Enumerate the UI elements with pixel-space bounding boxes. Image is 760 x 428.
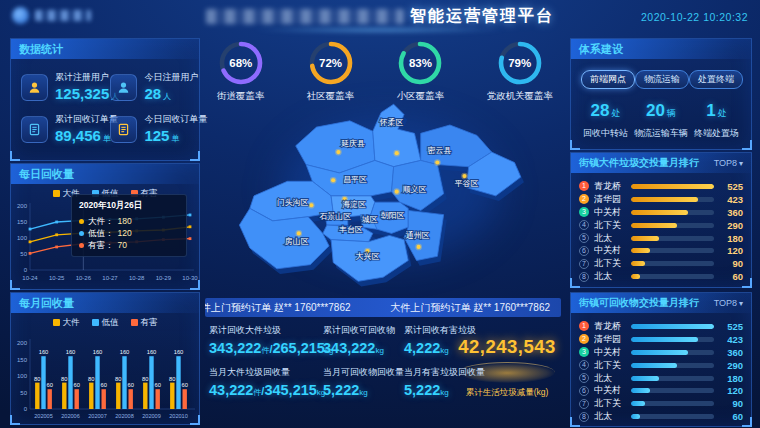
summary-cell: 累计回收大件垃圾 343,222件/265,215kg — [209, 324, 333, 356]
system-stat-label: 回收中转站 — [583, 127, 628, 140]
ranking-row[interactable]: 8 北太 60 — [579, 270, 743, 283]
panel-title: 体系建设 — [579, 39, 623, 59]
ranking-row[interactable]: 2 清华园 423 — [579, 193, 743, 206]
svg-text:80: 80 — [169, 376, 175, 382]
rank-bar — [631, 401, 714, 406]
map-point[interactable] — [297, 231, 301, 235]
order-icon — [21, 116, 48, 143]
map-point[interactable] — [462, 174, 466, 178]
rank-name: 中关村 — [594, 244, 626, 257]
summary-label: 当月有害垃圾回收量 — [404, 366, 485, 379]
beijing-map[interactable]: 延庆县怀柔区密云县昌平区顺义区平谷区门头沟区海淀区石景山区城区朝阳区丰台区通州区… — [213, 100, 543, 298]
ranking-row[interactable]: 1 青龙桥 525 — [579, 180, 743, 193]
rank-badge: 3 — [579, 347, 589, 357]
ranking-row[interactable]: 5 北太 180 — [579, 232, 743, 245]
ranking-row[interactable]: 6 中关村 120 — [579, 244, 743, 257]
system-stat-value: 28处 — [583, 101, 628, 121]
rank-bar — [631, 261, 714, 266]
tooltip-date: 2020年10月26日 — [79, 200, 179, 212]
gauge-街道覆盖率: 68% 街道覆盖率 — [217, 40, 265, 108]
ranking-row[interactable]: 7 北下关 90 — [579, 397, 743, 410]
rank-badge: 1 — [579, 321, 589, 331]
order-icon — [117, 123, 130, 136]
user-icon — [110, 74, 137, 101]
ranking-row[interactable]: 4 北下关 290 — [579, 219, 743, 232]
map-point[interactable] — [336, 150, 340, 154]
ranking-row[interactable]: 7 北下关 90 — [579, 257, 743, 270]
ranking-row[interactable]: 8 北太 60 — [579, 410, 743, 423]
rank-name: 北太 — [594, 270, 626, 283]
map-point[interactable] — [435, 160, 439, 164]
svg-text:10-30: 10-30 — [182, 275, 198, 281]
ranking-list-large: 1 青龙桥 525 2 清华园 423 3 中关村 360 4 北下关 290 … — [571, 173, 751, 283]
rank-value: 90 — [719, 398, 743, 409]
svg-text:160: 160 — [93, 349, 103, 355]
rank-badge: 3 — [579, 207, 589, 217]
svg-text:100: 100 — [17, 235, 28, 241]
svg-text:0: 0 — [24, 406, 28, 412]
rank-value: 360 — [719, 347, 743, 358]
system-stat: 1处 终端处置场 — [694, 101, 739, 140]
rank-name: 北下关 — [594, 257, 626, 270]
legend-item[interactable]: 低值 — [92, 317, 119, 329]
summary-cell: 当月可回收物回收量 5,222kg — [323, 366, 404, 398]
gauge-党政机关覆盖率: 79% 党政机关覆盖率 — [486, 40, 553, 108]
panel-title: 每月回收量 — [19, 293, 74, 313]
rank-value: 423 — [719, 334, 743, 345]
legend-item[interactable]: 大件 — [53, 317, 80, 329]
map-point[interactable] — [331, 178, 335, 182]
rank-name: 北下关 — [594, 359, 626, 372]
ranking-row[interactable]: 4 北下关 290 — [579, 359, 743, 372]
rank-name: 中关村 — [594, 346, 626, 359]
map-point[interactable] — [395, 190, 399, 194]
rank-bar — [631, 248, 714, 253]
rank-badge: 8 — [579, 272, 589, 282]
district-label: 城区 — [361, 215, 378, 224]
system-stat: 20辆 物流运输车辆 — [634, 101, 688, 140]
legend-swatch — [53, 319, 60, 326]
system-tab[interactable]: 前端网点 — [581, 70, 635, 89]
stat-value: 125单 — [144, 128, 207, 146]
ranking-row[interactable]: 6 中关村 120 — [579, 384, 743, 397]
svg-text:80: 80 — [61, 376, 67, 382]
system-tabs: 前端网点物流运输处置终端 — [571, 59, 751, 89]
rank-name: 北太 — [594, 372, 626, 385]
district-label: 石景山区 — [319, 212, 351, 221]
rank-value: 180 — [719, 233, 743, 244]
panel-ranking-recyclable: 街镇可回收物交投量月排行 TOP8▾ 1 青龙桥 525 2 清华园 423 3… — [570, 292, 752, 427]
district-label: 密云县 — [428, 146, 452, 155]
ranking-row[interactable]: 3 中关村 360 — [579, 206, 743, 219]
district-label: 海淀区 — [342, 200, 366, 209]
ranking-row[interactable]: 3 中关村 360 — [579, 346, 743, 359]
system-tab[interactable]: 处置终端 — [689, 70, 743, 89]
svg-text:160: 160 — [174, 349, 184, 355]
top-filter-dropdown[interactable]: TOP8▾ — [714, 293, 743, 314]
rank-name: 青龙桥 — [594, 180, 626, 193]
rank-name: 清华园 — [594, 193, 626, 206]
system-tab[interactable]: 物流运输 — [635, 70, 689, 89]
map-point[interactable] — [309, 203, 313, 207]
ranking-list-recyclable: 1 青龙桥 525 2 清华园 423 3 中关村 360 4 北下关 290 … — [571, 313, 751, 423]
rank-bar — [631, 184, 714, 189]
legend-item[interactable]: 有害 — [131, 317, 158, 329]
gauge-小区覆盖率: 83% 小区覆盖率 — [397, 40, 445, 108]
rank-badge: 2 — [579, 334, 589, 344]
map-point[interactable] — [395, 151, 399, 155]
rank-bar — [631, 210, 714, 215]
monthly-legend: 大件低值有害 — [11, 317, 199, 329]
ranking-row[interactable]: 2 清华园 423 — [579, 333, 743, 346]
top-filter-dropdown[interactable]: TOP8▾ — [714, 153, 743, 174]
district-label: 通州区 — [406, 230, 430, 240]
map-district[interactable] — [373, 104, 421, 167]
page-title: 智能运营管理平台 — [410, 6, 554, 27]
coverage-gauges: 68% 街道覆盖率 72% 社区覆盖率 83% 小区覆盖率 79% 党政机关覆盖… — [205, 40, 565, 108]
stats-grid: 累计注册用户 125,325人 今日注册用户 28人 累计回收订单量 89,45… — [11, 59, 199, 146]
svg-text:60: 60 — [46, 382, 52, 388]
ranking-row[interactable]: 5 北太 180 — [579, 372, 743, 385]
panel-system-build: 体系建设 前端网点物流运输处置终端 28处 回收中转站 20辆 物流运输车辆 1… — [570, 38, 752, 150]
district-label: 大兴区 — [356, 252, 380, 261]
ranking-row[interactable]: 1 青龙桥 525 — [579, 320, 743, 333]
svg-text:60: 60 — [127, 382, 133, 388]
map-point[interactable] — [417, 245, 421, 249]
district-label: 平谷区 — [455, 179, 479, 188]
